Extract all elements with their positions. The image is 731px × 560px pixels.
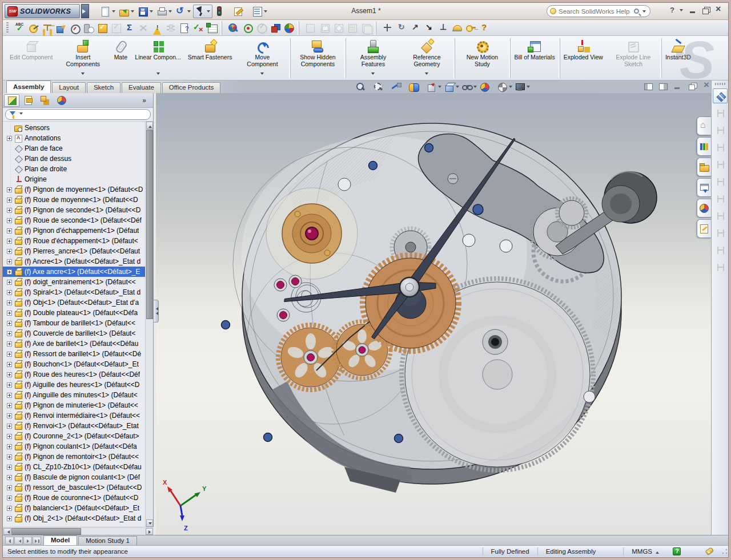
expand-toggle-icon[interactable] xyxy=(7,290,12,295)
command-tab[interactable]: Evaluate xyxy=(122,82,161,93)
tree-item[interactable]: Annotations xyxy=(3,133,146,143)
dropdown-caret-icon[interactable] xyxy=(81,72,85,76)
toolbar-button[interactable] xyxy=(477,21,491,35)
expand-toggle-icon[interactable] xyxy=(7,444,12,449)
command-tab[interactable]: Sketch xyxy=(87,82,121,93)
task-pane-tab[interactable] xyxy=(697,158,711,176)
tile-left-icon[interactable] xyxy=(643,81,654,92)
task-pane-tab[interactable] xyxy=(697,116,711,135)
tree-horizontal-scrollbar[interactable] xyxy=(3,527,154,535)
tree-item[interactable]: (f) Roue de seconde<1> (Défaut<<Déf xyxy=(3,215,146,225)
expand-toggle-icon[interactable] xyxy=(7,465,12,470)
viewport[interactable]: X Y Z xyxy=(156,93,712,535)
help-search-box[interactable] xyxy=(547,5,650,17)
restore-doc-icon[interactable] xyxy=(688,81,699,92)
panel-collapse-handle[interactable] xyxy=(154,300,159,323)
tree-item[interactable]: Plan de dessus xyxy=(3,154,146,164)
previous-tab-button[interactable] xyxy=(14,537,23,545)
ribbon-button[interactable]: Instant3D xyxy=(661,38,694,78)
tree-item[interactable]: (f) Bascule de pignon coulant<1> (Déf xyxy=(3,472,146,482)
ribbon-button[interactable]: Smart Fasteners xyxy=(184,38,236,78)
tree-item[interactable]: (f) Bouchon<1> (Défaut<<Défaut>_Et xyxy=(3,359,146,369)
scroll-left-arrow-icon[interactable] xyxy=(3,528,11,535)
dimension-button[interactable] xyxy=(713,191,728,206)
expand-toggle-icon[interactable] xyxy=(7,331,12,336)
expand-toggle-icon[interactable] xyxy=(7,516,12,521)
tree-item[interactable]: (f) Axe ancre<1> (Défaut<<Défaut>_E xyxy=(3,267,146,277)
toolbar-button[interactable] xyxy=(395,21,409,35)
expand-toggle-icon[interactable] xyxy=(7,228,12,233)
view-toolbar-button[interactable] xyxy=(496,81,513,92)
tree-item[interactable]: (f) Roue de moyenne<1> (Défaut<<D xyxy=(3,195,146,205)
ribbon-button[interactable]: Mate xyxy=(110,38,131,78)
task-pane-tab[interactable] xyxy=(697,219,711,238)
tree-vertical-scrollbar[interactable] xyxy=(145,122,153,527)
scrollbar-thumb[interactable] xyxy=(11,528,81,535)
first-tab-button[interactable] xyxy=(5,537,14,545)
tree-item[interactable]: (f) Axe de barillet<1> (Défaut<<Défau xyxy=(3,339,146,349)
toolbar-button[interactable] xyxy=(164,21,178,35)
tree-item[interactable]: (f) Roue de couronne<1> (Défaut<<D xyxy=(3,493,146,503)
view-toolbar-button[interactable] xyxy=(355,81,372,92)
toolbar-button[interactable] xyxy=(82,21,95,35)
units-selector[interactable]: MMGS xyxy=(623,547,667,555)
dropdown-caret-icon[interactable] xyxy=(527,86,530,90)
dimension-button[interactable] xyxy=(713,140,728,155)
dropdown-caret-icon[interactable] xyxy=(425,72,428,76)
tree-item[interactable]: (f) Double plateau<1> (Défaut<<Défa xyxy=(3,308,146,318)
tag-icon[interactable] xyxy=(705,547,714,555)
tree-item[interactable]: (f) balancier<1> (Défaut<<Défaut>_Et xyxy=(3,503,146,513)
ribbon-button[interactable]: Edit Component xyxy=(6,38,56,78)
tree-item[interactable]: (f) Obj<1> (Défaut<<Défaut>_Etat d'a xyxy=(3,297,146,308)
tree-item[interactable]: (f) Pignon coulant<1> (Défaut<<Défa xyxy=(3,441,146,452)
tree-item[interactable]: (f) ressort_de_bascule<1> (Défaut<<D xyxy=(3,482,146,493)
tree-item[interactable]: (f) CL_Zp10-Zb10<1> (Défaut<<Défau xyxy=(3,462,146,472)
toolbar-button[interactable] xyxy=(241,21,255,35)
tree-item[interactable]: (f) Renvoi intermédiaire<1> (Défaut<< xyxy=(3,410,146,421)
expand-toggle-icon[interactable] xyxy=(7,382,12,388)
expand-toggle-icon[interactable] xyxy=(7,269,12,275)
dimension-button[interactable] xyxy=(713,260,728,275)
expand-toggle-icon[interactable] xyxy=(7,393,12,398)
view-toolbar-button[interactable] xyxy=(425,81,443,92)
view-toolbar-button[interactable] xyxy=(461,81,478,92)
toolbar-button[interactable] xyxy=(359,21,373,35)
toolbar-button[interactable] xyxy=(450,21,464,35)
last-tab-button[interactable] xyxy=(33,537,41,545)
tree-item[interactable]: (f) Aiguille des heures<1> (Défaut<<D xyxy=(3,380,146,390)
tree-item[interactable]: (f) Ancre<1> (Défaut<<Défaut>_Etat d xyxy=(3,256,146,267)
tree-item[interactable]: (f) Obj_2<1> (Défaut<<Défaut>_Etat d xyxy=(3,513,146,523)
scroll-up-arrow-icon[interactable] xyxy=(146,122,153,129)
ribbon-button[interactable]: Show Hidden Components xyxy=(290,38,344,78)
view-toolbar-button[interactable] xyxy=(390,81,407,92)
expand-toggle-icon[interactable] xyxy=(7,187,12,192)
expand-toggle-icon[interactable] xyxy=(7,249,12,254)
command-tab[interactable]: Office Products xyxy=(162,82,220,93)
view-toolbar-button[interactable] xyxy=(372,81,389,92)
ribbon-button[interactable]: Assembly Features xyxy=(346,38,400,78)
dropdown-caret-icon[interactable] xyxy=(456,86,459,90)
expand-toggle-icon[interactable] xyxy=(7,403,12,408)
toolbar-button[interactable] xyxy=(255,21,268,35)
tree-item[interactable]: (f) Roue des heures<1> (Défaut<<Déf xyxy=(3,369,146,380)
expand-toggle-icon[interactable] xyxy=(7,311,12,316)
ribbon-button[interactable]: Exploded View xyxy=(560,38,607,78)
dimension-button[interactable] xyxy=(713,123,728,138)
tree-item[interactable]: (f) Ainguille des minutes<1> (Défaut< xyxy=(3,390,146,400)
tree-item[interactable]: (f) Pignon de minuterie<1> (Défaut<< xyxy=(3,400,146,410)
toolbar-button[interactable] xyxy=(95,21,109,35)
dimension-button[interactable] xyxy=(713,106,728,120)
panel-tab[interactable] xyxy=(54,94,69,107)
toolbar-grip[interactable] xyxy=(6,22,9,34)
view-toolbar-button[interactable] xyxy=(479,81,496,92)
toolbar-button[interactable] xyxy=(13,21,27,35)
toolbar-button[interactable] xyxy=(423,21,436,35)
task-pane-tab[interactable] xyxy=(697,137,711,156)
toolbar-button[interactable] xyxy=(464,21,477,35)
ribbon-button[interactable]: Linear Compon... xyxy=(131,38,184,78)
tree-item[interactable]: (f) Pignon de seconde<1> (Défaut<<D xyxy=(3,205,146,215)
next-tab-button[interactable] xyxy=(23,537,32,545)
toolbar-button[interactable] xyxy=(222,21,241,35)
dropdown-caret-icon[interactable] xyxy=(509,86,512,90)
panel-tab[interactable] xyxy=(37,94,53,107)
